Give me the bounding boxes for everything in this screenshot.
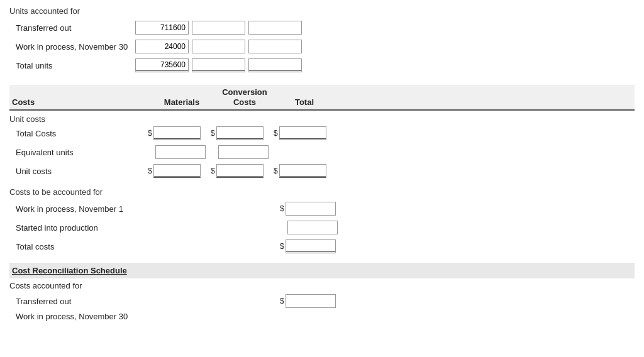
total-costs-acct-label: Total costs [9, 242, 280, 251]
reconciliation-title: Cost Reconciliation Schedule [12, 266, 127, 275]
recon-transferred-label: Transferred out [9, 297, 280, 306]
wip-nov30-input3[interactable] [248, 40, 302, 53]
total-units-row: Total units [9, 58, 635, 72]
reconciliation-header: Cost Reconciliation Schedule [9, 263, 635, 278]
total-costs-mat-input[interactable] [153, 126, 201, 140]
unit-costs-mat-cell: $ [148, 164, 211, 178]
equiv-units-row: Equivalent units [9, 145, 635, 159]
unit-costs-total-input[interactable] [279, 164, 326, 178]
total-units-label: Total units [9, 61, 135, 70]
wip-nov1-cell: $ [280, 202, 339, 216]
recon-transferred-input[interactable] [286, 294, 336, 308]
equiv-conv-input[interactable] [218, 145, 269, 159]
recon-wip-nov30-label: Work in process, November 30 [9, 312, 280, 321]
total-costs-mat-cell: $ [148, 126, 211, 140]
dollar-sign-total: $ [274, 129, 278, 138]
units-header: Units accounted for [9, 6, 635, 16]
unit-costs-conv-input[interactable] [216, 164, 264, 178]
total-costs-total-cell: $ [274, 126, 336, 140]
costs-col-header: Costs [12, 97, 150, 107]
equiv-mat-input[interactable] [155, 145, 206, 159]
dollar-sign-mat: $ [148, 129, 152, 138]
total-costs-conv-cell: $ [211, 126, 274, 140]
costs-accounted-header-row: Costs to be accounted for [9, 187, 635, 197]
started-prod-cell [280, 221, 341, 234]
total-costs-acct-cell: $ [280, 239, 339, 253]
total-costs-conv-input[interactable] [216, 126, 264, 140]
dollar-sign-uc-conv: $ [211, 167, 215, 175]
table-header-row: Costs Materials Conversion Costs Total [9, 85, 635, 111]
transferred-out-label: Transferred out [9, 23, 135, 33]
started-prod-row: Started into production [9, 221, 635, 234]
transferred-out-input3[interactable] [248, 21, 302, 35]
equiv-units-label: Equivalent units [9, 148, 148, 157]
wip-nov30-label: Work in process, November 30 [9, 42, 135, 52]
dollar-sign-tc: $ [280, 242, 284, 251]
total-costs-acct-input[interactable] [286, 239, 336, 253]
units-section: Units accounted for Transferred out Work… [9, 6, 635, 72]
conversion-col-header: Conversion Costs [213, 87, 276, 107]
unit-costs-total-cell: $ [274, 164, 336, 178]
costs-accounted-header: Costs to be accounted for [9, 187, 280, 197]
transferred-out-input1[interactable] [135, 21, 189, 35]
started-prod-input[interactable] [287, 221, 338, 234]
dollar-sign-uc-total: $ [274, 167, 278, 175]
total-col-header: Total [276, 97, 333, 107]
total-costs-total-input[interactable] [279, 126, 326, 140]
equiv-conv-cell [211, 145, 274, 159]
equiv-mat-cell [148, 145, 211, 159]
wip-nov30-input1[interactable] [135, 40, 189, 53]
recon-transferred-row: Transferred out $ [9, 294, 635, 308]
started-prod-label: Started into production [9, 223, 280, 233]
unit-costs-mat-input[interactable] [153, 164, 201, 178]
recon-sub-header-row: Costs accounted for [9, 281, 635, 290]
materials-col-header: Materials [150, 97, 213, 107]
unit-costs-conv-cell: $ [211, 164, 274, 178]
total-costs-row: Total Costs $ $ $ [9, 126, 635, 140]
total-costs-label: Total Costs [9, 129, 148, 138]
dollar-sign-wip1: $ [280, 204, 284, 213]
costs-table-section: Costs Materials Conversion Costs Total U… [9, 85, 635, 178]
transferred-out-row: Transferred out [9, 21, 635, 35]
reconciliation-section: Cost Reconciliation Schedule Costs accou… [9, 263, 635, 321]
total-units-input2[interactable] [192, 58, 245, 72]
dollar-sign-conv: $ [211, 129, 215, 138]
total-units-input3[interactable] [248, 58, 302, 72]
unit-costs-row: Unit costs $ $ $ [9, 164, 635, 178]
recon-transferred-cell: $ [280, 294, 339, 308]
wip-nov1-input[interactable] [286, 202, 336, 216]
wip-nov1-label: Work in process, November 1 [9, 204, 280, 214]
recon-wip-nov30-row: Work in process, November 30 [9, 312, 635, 321]
wip-nov30-row: Work in process, November 30 [9, 40, 635, 53]
dollar-sign-recon-t: $ [280, 297, 284, 305]
transferred-out-input2[interactable] [192, 21, 245, 35]
recon-sub-header: Costs accounted for [9, 281, 280, 290]
costs-accounted-section: Costs to be accounted for Work in proces… [9, 187, 635, 253]
unit-costs-label: Unit costs [9, 167, 148, 176]
total-costs-acct-row: Total costs $ [9, 239, 635, 253]
unit-costs-section-label: Unit costs [9, 114, 635, 124]
wip-nov30-input2[interactable] [192, 40, 245, 53]
wip-nov1-row: Work in process, November 1 $ [9, 202, 635, 216]
total-units-input1[interactable] [135, 58, 189, 72]
dollar-sign-uc-mat: $ [148, 167, 152, 175]
